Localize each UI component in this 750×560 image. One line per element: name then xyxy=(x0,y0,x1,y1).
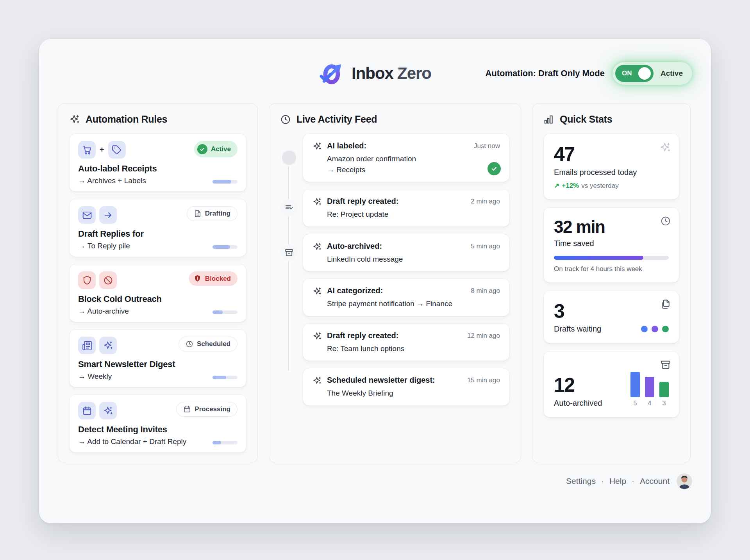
feed-item-title: Draft reply created: xyxy=(327,331,398,340)
feed-item-line: → Receipts xyxy=(327,164,500,175)
sparkles-icon xyxy=(659,142,671,155)
automation-toggle-pill: ON Active xyxy=(612,62,692,85)
feed-item-time: Just now xyxy=(474,141,500,150)
stat-card-auto-archived: 12 Auto-archived 5 4 xyxy=(543,351,679,417)
automation-toggle-switch[interactable]: ON xyxy=(615,65,654,82)
rule-progress-bar xyxy=(212,310,238,314)
mail-icon xyxy=(78,206,96,224)
app-window: InboxZero Automation: Draft Only Mode ON… xyxy=(39,39,711,523)
auto-archived-mini-bar-chart: 5 4 3 xyxy=(630,372,669,408)
stat-value: 47 xyxy=(554,144,669,165)
feed-item-time: 2 min ago xyxy=(471,197,500,205)
rule-progress-bar xyxy=(212,180,238,184)
feed-item-ai-categorized[interactable]: AI categorized: 8 min ago Stripe payment… xyxy=(303,278,510,316)
rule-subtitle: → Auto-archive xyxy=(78,307,129,316)
automation-mode-label: Automation: Draft Only Mode xyxy=(485,68,605,78)
rules-panel-header: Automation Rules xyxy=(69,114,246,125)
stat-label: Time saved xyxy=(554,239,669,248)
chart-bar-purple xyxy=(645,377,654,397)
rule-card-draft-replies[interactable]: Drafting Draft Replies for → To Reply pi… xyxy=(69,199,246,257)
shield-alert-icon xyxy=(193,275,202,283)
stat-label: Auto-archived xyxy=(554,399,602,408)
sparkles-icon xyxy=(312,332,322,341)
stat-footnote: On track for 4 hours this week xyxy=(554,265,669,273)
timeline-archive-icon xyxy=(280,244,298,261)
rules-panel-title: Automation Rules xyxy=(86,114,167,125)
status-badge-drafting: Drafting xyxy=(187,206,238,221)
user-avatar[interactable] xyxy=(677,473,692,489)
check-circle-icon xyxy=(197,144,207,154)
rule-card-detect-meeting-invites[interactable]: Processing Detect Meeting Invites → Add … xyxy=(69,394,246,453)
ban-icon xyxy=(99,271,117,289)
status-badge-scheduled: Scheduled xyxy=(179,337,238,351)
rule-card-newsletter-digest[interactable]: Scheduled Smart Newsletter Digest → Week… xyxy=(69,329,246,387)
help-link[interactable]: Help xyxy=(609,476,626,486)
settings-link[interactable]: Settings xyxy=(566,476,596,486)
trend-arrow-icon: ↗ xyxy=(554,182,559,190)
rule-icons xyxy=(78,402,117,419)
feed-item-body: Amazon order confirmation → Receipts xyxy=(327,153,500,175)
clock-icon xyxy=(660,216,671,228)
timeline-edit-icon xyxy=(280,199,298,216)
stats-panel-title: Quick Stats xyxy=(560,114,612,125)
badge-label: Blocked xyxy=(205,275,231,283)
tag-icon xyxy=(108,141,126,159)
sparkles-icon xyxy=(312,142,322,151)
archive-icon xyxy=(660,359,671,372)
main-grid: Automation Rules + xyxy=(58,103,692,463)
stat-trend: ↗ +12% vs yesterday xyxy=(554,182,669,190)
feed-item-time: 5 min ago xyxy=(471,242,500,250)
footer-separator: · xyxy=(601,476,604,486)
stat-card-time-saved: 32 min Time saved On track for 4 hours t… xyxy=(543,207,679,283)
stat-label: Emails processed today xyxy=(554,168,669,177)
footer-separator: · xyxy=(632,476,634,486)
status-badge-active: Active xyxy=(194,141,238,157)
automation-mode-control: Automation: Draft Only Mode ON Active xyxy=(485,62,692,85)
draft-status-dots xyxy=(641,326,669,332)
sparkles-icon xyxy=(312,197,322,207)
calendar-icon xyxy=(78,402,96,419)
rule-icons xyxy=(78,271,117,289)
chart-bar-label: 3 xyxy=(662,400,666,407)
feed-item-newsletter-digest[interactable]: Scheduled newsletter digest: 15 min ago … xyxy=(303,368,510,406)
feed-item-title: Auto-archived: xyxy=(327,242,382,251)
stat-value: 3 xyxy=(554,301,669,322)
feed-panel-header: Live Activity Feed xyxy=(280,114,510,125)
live-activity-feed-panel: Live Activity Feed AI labeled: Just now … xyxy=(269,103,521,463)
feed-item-time: 15 min ago xyxy=(467,376,500,384)
brand-name: InboxZero xyxy=(352,64,431,83)
rule-title: Draft Replies for xyxy=(78,229,238,239)
time-saved-progress-bar xyxy=(554,256,669,260)
feed-item-time: 12 min ago xyxy=(467,331,500,340)
chart-bar-blue xyxy=(630,372,640,397)
stats-panel-header: Quick Stats xyxy=(543,114,679,125)
rule-card-auto-label-receipts[interactable]: + Active Auto-label Receipts → Archiv xyxy=(69,134,246,192)
trend-value: +12% xyxy=(562,182,579,190)
stat-card-emails-processed: 47 Emails processed today ↗ +12% vs yest… xyxy=(543,134,679,200)
feed-item-auto-archived[interactable]: Auto-archived: 5 min ago LinkedIn cold m… xyxy=(303,234,510,272)
feed-item-line: Re: Team lunch options xyxy=(327,343,500,354)
feed-item-draft-reply-1[interactable]: Draft reply created: 2 min ago Re: Proje… xyxy=(303,189,510,227)
feed-panel-title: Live Activity Feed xyxy=(296,114,377,125)
toggle-on-label: ON xyxy=(622,70,632,77)
feed-item-draft-reply-2[interactable]: Draft reply created: 12 min ago Re: Team… xyxy=(303,323,510,361)
stat-card-drafts-waiting: 3 Drafts waiting xyxy=(543,291,679,344)
rule-icons xyxy=(78,206,117,224)
badge-label: Active xyxy=(211,145,231,153)
feed-item-title: Scheduled newsletter digest: xyxy=(327,376,435,385)
feed-item-ai-labeled[interactable]: AI labeled: Just now Amazon order confir… xyxy=(303,134,510,182)
sparkles-icon xyxy=(69,114,80,125)
copy-pages-icon xyxy=(660,299,671,311)
status-badge-processing: Processing xyxy=(176,402,238,417)
rule-card-block-cold-outreach[interactable]: Blocked Block Cold Outreach → Auto-archi… xyxy=(69,264,246,322)
feed-item-title: Draft reply created: xyxy=(327,197,398,206)
account-link[interactable]: Account xyxy=(640,476,670,486)
shield-icon xyxy=(78,271,96,289)
rule-subtitle: → To Reply pile xyxy=(78,242,130,250)
timeline-dot xyxy=(280,149,298,166)
success-check-icon xyxy=(488,162,501,175)
rule-subtitle: → Archives + Labels xyxy=(78,177,146,185)
shopping-cart-icon xyxy=(78,141,96,159)
toggle-knob[interactable] xyxy=(638,67,651,80)
header: InboxZero Automation: Draft Only Mode ON… xyxy=(58,52,692,95)
